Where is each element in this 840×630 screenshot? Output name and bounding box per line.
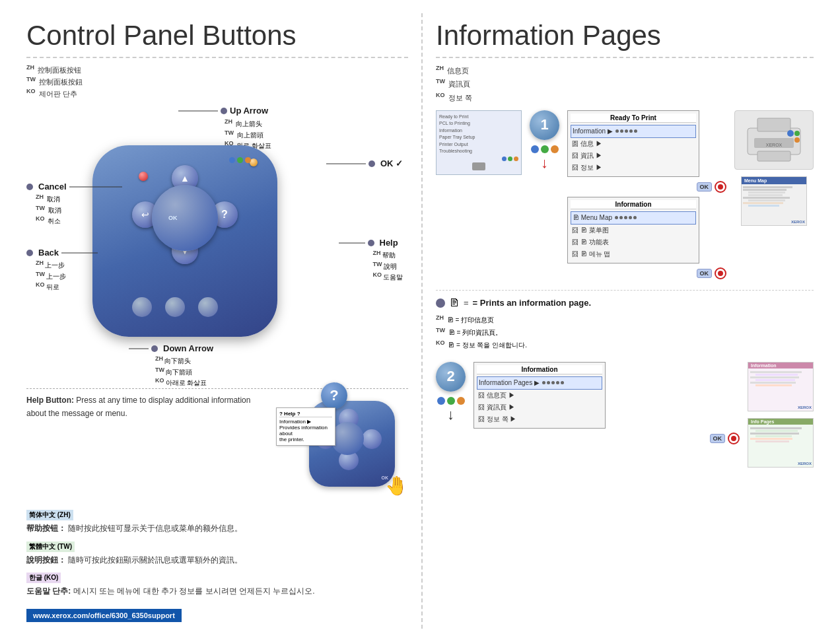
bottom-btn-far[interactable] — [198, 297, 218, 317]
screen-line-3: Provides information about — [279, 425, 332, 437]
panel-header: ZH 控制面板按钮 TW 控制面板按鈕 KO 제어판 단추 — [26, 63, 408, 99]
control-panel-shape: ▲ ▼ ↩ ? OK — [92, 145, 277, 337]
step2-screen1: Information Information Pages ▶ 囧 信息页 ▶ … — [473, 362, 606, 429]
print-circle-icon — [436, 298, 445, 308]
hand-cursor-icon: 🤚 — [385, 475, 408, 497]
step1-badge-col: 1 ↓ — [530, 110, 559, 170]
step1-screens: Ready To Print Information ▶ 圆 信息 ▶ 囧 資訊… — [567, 110, 726, 279]
left-panel: Control Panel Buttons ZH 控制面板按钮 TW 控制面板按… — [13, 13, 423, 629]
help-text-area: Help Button: Press at any time to displa… — [26, 394, 263, 500]
help-button-title: Help Button: — [26, 396, 74, 405]
zh-translation-box: 简体中文 (ZH) 帮助按钮： 随时按此按钮可显示关于信息或菜单的额外信息。 — [26, 508, 408, 535]
ok-center-label: OK — [168, 215, 178, 221]
bottom-buttons — [132, 297, 218, 317]
step1-red-arrow: ↓ — [541, 156, 548, 170]
svg-rect-8 — [757, 118, 790, 131]
down-dot — [151, 345, 158, 352]
screen-line-1: ? Help ? — [279, 411, 332, 417]
printer-images: XEROX Menu Map XEROX — [734, 110, 814, 226]
tw-text-header: 控制面板按鈕 — [39, 78, 83, 86]
nav-dots-top — [229, 157, 251, 163]
bottom-btn-right[interactable] — [165, 297, 185, 317]
step1-ok-inner — [718, 184, 723, 190]
print-info-langs: ZH 🖹 = 打印信息页 TW 🖹 = 列印資訊頁。 KO 🖹 = 정보 쪽을 … — [436, 313, 814, 351]
print-info-section: 🖹 = = Prints an information page. ZH 🖹 =… — [436, 290, 814, 351]
ko-box-label: 한글 (KO) — [26, 573, 61, 583]
cancel-ko-t: 취소 — [48, 217, 61, 225]
back-dot — [26, 250, 33, 256]
ko-menu-row: 囧 🖹 메뉴 맵 — [571, 248, 696, 260]
step1-area: Ready to PrintPCL to PrintingInformation… — [436, 110, 814, 279]
step1-device-screen: Ready to PrintPCL to PrintingInformation… — [436, 110, 522, 175]
svg-text:XEROX: XEROX — [766, 143, 783, 147]
info-pages-row: Information Pages ▶ — [477, 376, 602, 390]
print-info-label: = Prints an information page. — [473, 298, 592, 308]
tw-translation-box: 繁體中文 (TW) 說明按鈕： 隨時可按此按鈕顯示關於訊息或選單額外的資訊。 — [26, 540, 408, 567]
down-arrow-label-group: Down Arrow ZH向下箭头 TW向下箭頭 KO아래로 화살표 — [129, 343, 213, 388]
bottom-btn-left[interactable] — [132, 297, 152, 317]
zh-box-title: 帮助按钮： — [26, 524, 66, 533]
ko-text-header: 제어판 단추 — [39, 90, 77, 98]
help-screen-overlay: ? Help ? Information ▶ Provides informat… — [276, 407, 335, 446]
ok-label-group: OK ✓ — [326, 158, 403, 168]
zh-text-header: 控制面板按钮 — [38, 66, 81, 74]
step2-badge-col: 2 ↓ — [436, 362, 466, 422]
page-images-right: Information XEROX Info Pages — [748, 362, 814, 468]
step2-ok-circle — [728, 433, 740, 444]
svg-point-12 — [794, 137, 800, 143]
cancel-ko-l: KO — [36, 215, 45, 222]
help-label: Help — [380, 238, 398, 248]
step1-ok-inner2 — [718, 271, 723, 276]
diagram-area: Up Arrow ZH 向上箭头 TW 向上箭頭 KO 위로 화살표 — [26, 106, 409, 383]
tw-box-title: 說明按鈕： — [26, 555, 66, 565]
cancel-zh-l: ZH — [36, 193, 44, 200]
zh-label-header: ZH — [26, 64, 34, 71]
ko-box-title: 도움말 단추: — [26, 586, 71, 596]
info-header-langs: ZH 信息页 TW 資訊頁 KO 정보 쪽 — [436, 63, 814, 104]
zh-info-row1: 圆 信息 ▶ — [571, 138, 696, 150]
step2-down-arrow: ↓ — [447, 407, 454, 422]
step2-area: 2 ↓ Information Information Pages ▶ 囧 — [436, 362, 814, 468]
cancel-dot — [139, 172, 148, 181]
dots-indicator-3 — [542, 381, 564, 384]
step1-ok-circle — [715, 181, 726, 193]
step2-ok-inner — [731, 436, 736, 441]
help-dot — [368, 240, 374, 246]
ok-button[interactable] — [152, 185, 218, 251]
print-info-row: 🖹 = = Prints an information page. — [436, 297, 814, 309]
step2-circle: 2 — [436, 362, 466, 392]
up-tw-l: TW — [225, 129, 234, 136]
menu-map-image: Menu Map XEROX — [741, 176, 807, 226]
ko-box-text: 메시지 또는 메뉴에 대한 추가 정보를 보시려면 언제든지 누르십시오. — [73, 586, 315, 596]
left-title: Control Panel Buttons — [26, 20, 408, 58]
mini-btn-right — [362, 429, 382, 449]
up-tw-t: 向上箭頭 — [237, 131, 263, 139]
zh-menu-row: 囧 🖹 菜单图 — [571, 225, 696, 236]
cancel-label-group: Cancel ZH 取消 TW 取消 KO 취소 — [26, 182, 122, 226]
information-row: Information ▶ — [571, 125, 696, 138]
help-section: Help Button: Press at any time to displa… — [26, 394, 408, 500]
step1-scroll-indicator — [472, 162, 485, 170]
up-arrow-label: Up Arrow — [230, 106, 268, 116]
step1-device-text: Ready to PrintPCL to PrintingInformation… — [439, 114, 518, 155]
step1-ok-indicator: OK — [697, 181, 727, 193]
step1-ok-indicator2: OK — [697, 267, 727, 279]
step1-ok-circle2 — [715, 267, 726, 279]
svg-point-10 — [787, 130, 794, 137]
ok-dot — [368, 160, 375, 167]
up-arrow-label-group: Up Arrow ZH 向上箭头 TW 向上箭頭 KO 위로 화살표 — [178, 106, 271, 151]
tw-box-text: 隨時可按此按鈕顯示關於訊息或選單額外的資訊。 — [68, 555, 242, 565]
up-zh-t: 向上箭头 — [236, 121, 262, 128]
step2-info-title: Information — [477, 365, 602, 374]
cancel-tw-l: TW — [36, 205, 45, 211]
step2-screens: Information Information Pages ▶ 囧 信息页 ▶ … — [473, 362, 740, 444]
website-bar: www.xerox.com/office/6300_6350support — [26, 609, 182, 622]
right-panel: Information Pages ZH 信息页 TW 資訊頁 KO 정보 쪽 … — [423, 13, 827, 629]
cancel-tw-t: 取消 — [48, 207, 61, 214]
zh-box-label: 简体中文 (ZH) — [26, 510, 73, 520]
help-diagram-area: ? OK ? Help ? Information ▶ Provides inf… — [276, 394, 408, 500]
screen-line-4: the printer. — [279, 437, 332, 442]
up-zh-l: ZH — [225, 118, 232, 125]
ok-label: OK ✓ — [380, 158, 403, 168]
right-title: Information Pages — [436, 20, 814, 58]
